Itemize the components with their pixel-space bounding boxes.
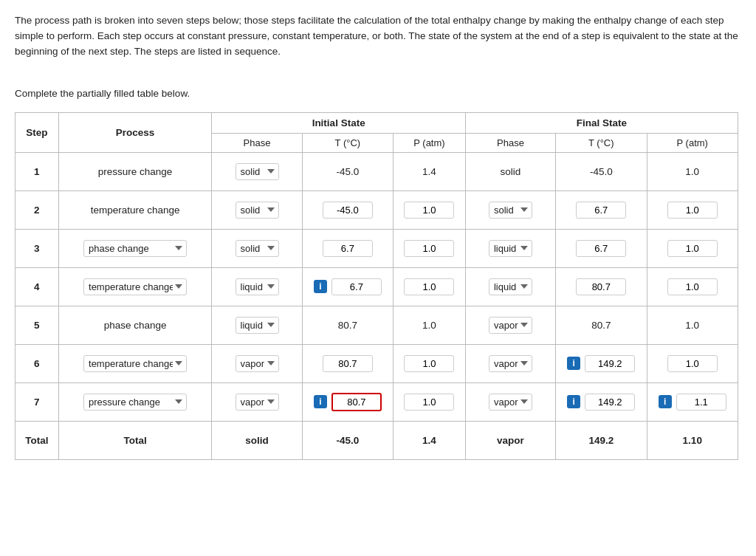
- final-temp-cell[interactable]: [556, 229, 647, 267]
- init-press-cell[interactable]: [394, 191, 466, 229]
- phase-select[interactable]: solidliquidvapor: [489, 394, 532, 411]
- final-phase-cell[interactable]: solidliquidvapor: [465, 344, 555, 382]
- temp-input[interactable]: [323, 240, 373, 257]
- final-press-cell[interactable]: i: [647, 382, 738, 421]
- process-cell[interactable]: pressure changetemperature changephase c…: [58, 344, 212, 382]
- final-phase-cell[interactable]: solidliquidvapor: [465, 267, 555, 306]
- init-press-cell[interactable]: [394, 344, 466, 382]
- press-input[interactable]: [667, 240, 718, 257]
- init-phase-cell[interactable]: solidliquidvapor: [212, 191, 302, 229]
- final-press-cell[interactable]: [647, 267, 738, 306]
- press-input[interactable]: [667, 202, 718, 219]
- init-phase-cell[interactable]: solidliquidvapor: [212, 344, 302, 382]
- final-state-header: Final State: [465, 112, 738, 133]
- final-press-cell: 1.0: [647, 306, 738, 344]
- process-select[interactable]: pressure changetemperature changephase c…: [83, 394, 187, 411]
- phase-select[interactable]: solidliquidvapor: [489, 240, 532, 257]
- press-info-icon[interactable]: i: [659, 395, 672, 408]
- process-cell: pressure change: [58, 152, 212, 191]
- temp-input[interactable]: [585, 394, 635, 411]
- process-select[interactable]: pressure changetemperature changephase c…: [83, 240, 187, 257]
- init-press-cell[interactable]: [394, 229, 466, 267]
- init-temp-cell[interactable]: i: [302, 267, 393, 306]
- init-phase-cell[interactable]: solidliquidvapor: [212, 382, 302, 421]
- phase-select[interactable]: solidliquidvapor: [236, 202, 279, 219]
- temp-info-icon[interactable]: i: [567, 395, 580, 408]
- init-temp-cell[interactable]: [302, 344, 393, 382]
- step-cell: 2: [16, 191, 59, 229]
- final-phase-cell[interactable]: solidliquidvapor: [465, 229, 555, 267]
- temp-input[interactable]: [576, 278, 626, 295]
- init-press-cell: 1.4: [394, 152, 466, 191]
- final-phase-cell[interactable]: solidliquidvapor: [465, 191, 555, 229]
- phase-select[interactable]: solidliquidvapor: [236, 355, 279, 372]
- init-temp-cell[interactable]: [302, 229, 393, 267]
- init-phase-cell[interactable]: solidliquidvapor: [212, 267, 302, 306]
- press-input[interactable]: [404, 278, 454, 295]
- press-input[interactable]: [667, 278, 718, 295]
- process-cell[interactable]: pressure changetemperature changephase c…: [58, 267, 212, 306]
- process-static: temperature change: [91, 205, 180, 216]
- phase-select[interactable]: solidliquidvapor: [236, 394, 279, 411]
- temp-static: 80.7: [338, 320, 357, 331]
- final-temp-cell[interactable]: [556, 267, 647, 306]
- phase-select[interactable]: solidliquidvapor: [236, 317, 279, 334]
- table-row: 5 phase change solidliquidvapor 80.7 1.0…: [16, 306, 738, 344]
- temp-info-icon[interactable]: i: [314, 395, 327, 408]
- final-temp-cell[interactable]: [556, 191, 647, 229]
- process-cell: temperature change: [58, 191, 212, 229]
- process-select[interactable]: pressure changetemperature changephase c…: [83, 278, 187, 295]
- total-init-press: 1.4: [394, 421, 466, 459]
- final-temp-cell[interactable]: i: [556, 382, 647, 421]
- process-cell[interactable]: pressure changetemperature changephase c…: [58, 382, 212, 421]
- phase-select[interactable]: solidliquidvapor: [489, 317, 532, 334]
- step-cell: 1: [16, 152, 59, 191]
- phase-select[interactable]: solidliquidvapor: [489, 278, 532, 295]
- init-phase-cell[interactable]: solidliquidvapor: [212, 229, 302, 267]
- phase-select[interactable]: solidliquidvapor: [236, 278, 279, 295]
- temp-info-icon[interactable]: i: [567, 357, 580, 370]
- temp-input[interactable]: [331, 278, 382, 295]
- init-phase-cell[interactable]: solidliquidvapor: [212, 306, 302, 344]
- process-cell[interactable]: pressure changetemperature changephase c…: [58, 229, 212, 267]
- final-press-cell[interactable]: [647, 191, 738, 229]
- init-temp-cell[interactable]: i: [302, 382, 393, 421]
- temp-input[interactable]: [585, 355, 635, 372]
- temp-input[interactable]: [576, 240, 626, 257]
- press-static: 1.0: [685, 320, 699, 331]
- temp-input[interactable]: [323, 355, 373, 372]
- phase-select[interactable]: solidliquidvapor: [236, 240, 279, 257]
- intro-text: The process path is broken into seven st…: [15, 13, 738, 60]
- press-input[interactable]: [404, 394, 454, 411]
- step-cell: 7: [16, 382, 59, 421]
- init-press-cell[interactable]: [394, 267, 466, 306]
- table-row: 7 pressure changetemperature changephase…: [16, 382, 738, 421]
- process-cell: phase change: [58, 306, 212, 344]
- final-phase-cell[interactable]: solidliquidvapor: [465, 382, 555, 421]
- final-phase-cell[interactable]: solidliquidvapor: [465, 306, 555, 344]
- press-input[interactable]: [676, 394, 726, 411]
- initial-state-header: Initial State: [212, 112, 465, 133]
- final-press-cell[interactable]: [647, 229, 738, 267]
- press-input[interactable]: [404, 355, 454, 372]
- phase-select[interactable]: solidliquidvapor: [489, 202, 532, 219]
- init-temp-cell[interactable]: [302, 191, 393, 229]
- temp-input[interactable]: [323, 202, 373, 219]
- temp-input[interactable]: [331, 393, 382, 411]
- press-input[interactable]: [404, 240, 454, 257]
- init-press-cell[interactable]: [394, 382, 466, 421]
- press-input[interactable]: [667, 355, 718, 372]
- table-row: 3 pressure changetemperature changephase…: [16, 229, 738, 267]
- init-press-cell: 1.0: [394, 306, 466, 344]
- process-select[interactable]: pressure changetemperature changephase c…: [83, 355, 187, 372]
- press-input[interactable]: [404, 202, 454, 219]
- phase-select[interactable]: solidliquidvapor: [236, 163, 279, 180]
- prompt-text: Complete the partially filled table belo…: [15, 88, 741, 99]
- init-temp-cell: 80.7: [302, 306, 393, 344]
- final-press-cell[interactable]: [647, 344, 738, 382]
- phase-select[interactable]: solidliquidvapor: [489, 355, 532, 372]
- temp-info-icon[interactable]: i: [314, 280, 327, 293]
- temp-input[interactable]: [576, 202, 626, 219]
- final-temp-cell[interactable]: i: [556, 344, 647, 382]
- init-phase-cell[interactable]: solidliquidvapor: [212, 152, 302, 191]
